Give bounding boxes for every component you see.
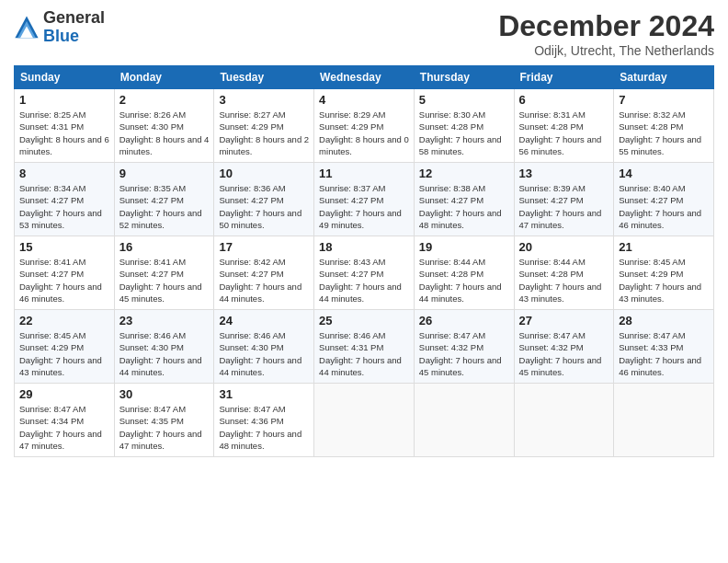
day-number: 13: [519, 167, 609, 180]
calendar-cell: 14 Sunrise: 8:40 AM Sunset: 4:27 PM Dayl…: [614, 163, 714, 236]
col-wednesday: Wednesday: [314, 66, 415, 89]
day-number: 26: [419, 314, 509, 327]
daylight-label: Daylight: 7 hours and 44 minutes.: [119, 355, 202, 377]
day-number: 1: [19, 93, 109, 107]
day-info: Sunrise: 8:35 AM Sunset: 4:27 PM Dayligh…: [119, 182, 210, 231]
calendar-week-row: 15 Sunrise: 8:41 AM Sunset: 4:27 PM Dayl…: [15, 236, 714, 310]
logo-text: General Blue: [43, 9, 105, 46]
day-info: Sunrise: 8:32 AM Sunset: 4:28 PM Dayligh…: [619, 109, 709, 157]
day-info: Sunrise: 8:39 AM Sunset: 4:27 PM Dayligh…: [519, 182, 609, 231]
sunset-label: Sunset: 4:31 PM: [319, 342, 383, 352]
sunset-label: Sunset: 4:27 PM: [419, 195, 483, 205]
sunrise-label: Sunrise: 8:27 AM: [219, 109, 285, 120]
sunrise-label: Sunrise: 8:46 AM: [219, 330, 285, 340]
col-saturday: Saturday: [614, 66, 714, 89]
col-monday: Monday: [114, 66, 214, 89]
calendar-header-row: Sunday Monday Tuesday Wednesday Thursday…: [15, 66, 714, 89]
sunset-label: Sunset: 4:28 PM: [519, 121, 584, 132]
day-number: 5: [419, 93, 509, 107]
day-info: Sunrise: 8:45 AM Sunset: 4:29 PM Dayligh…: [619, 256, 709, 304]
daylight-label: Daylight: 7 hours and 58 minutes.: [419, 134, 502, 156]
sunset-label: Sunset: 4:29 PM: [219, 121, 283, 132]
calendar-cell: 23 Sunrise: 8:46 AM Sunset: 4:30 PM Dayl…: [114, 310, 214, 384]
sunrise-label: Sunrise: 8:32 AM: [619, 109, 685, 120]
sunrise-label: Sunrise: 8:43 AM: [319, 257, 385, 267]
day-info: Sunrise: 8:31 AM Sunset: 4:28 PM Dayligh…: [519, 109, 609, 157]
day-info: Sunrise: 8:40 AM Sunset: 4:27 PM Dayligh…: [619, 182, 709, 231]
day-number: 16: [119, 240, 210, 254]
day-number: 18: [319, 240, 409, 254]
calendar-cell: 17 Sunrise: 8:42 AM Sunset: 4:27 PM Dayl…: [214, 236, 314, 310]
sunset-label: Sunset: 4:34 PM: [19, 416, 84, 426]
calendar-cell: 21 Sunrise: 8:45 AM Sunset: 4:29 PM Dayl…: [614, 236, 714, 310]
calendar-cell: [314, 384, 415, 457]
sunset-label: Sunset: 4:27 PM: [119, 195, 184, 205]
daylight-label: Daylight: 7 hours and 46 minutes.: [619, 208, 701, 230]
daylight-label: Daylight: 7 hours and 52 minutes.: [119, 208, 202, 230]
sunrise-label: Sunrise: 8:31 AM: [519, 109, 586, 120]
daylight-label: Daylight: 8 hours and 2 minutes.: [219, 134, 309, 156]
day-info: Sunrise: 8:45 AM Sunset: 4:29 PM Dayligh…: [19, 329, 109, 378]
sunrise-label: Sunrise: 8:47 AM: [619, 330, 685, 340]
sunrise-label: Sunrise: 8:47 AM: [519, 330, 586, 340]
logo-blue-text: Blue: [43, 28, 105, 46]
sunrise-label: Sunrise: 8:36 AM: [219, 183, 285, 193]
calendar-table: Sunday Monday Tuesday Wednesday Thursday…: [14, 65, 714, 457]
sunrise-label: Sunrise: 8:47 AM: [19, 404, 85, 414]
day-number: 25: [319, 314, 409, 327]
sunset-label: Sunset: 4:28 PM: [419, 269, 483, 279]
daylight-label: Daylight: 8 hours and 0 minutes.: [319, 134, 409, 156]
calendar-cell: 22 Sunrise: 8:45 AM Sunset: 4:29 PM Dayl…: [15, 310, 115, 384]
calendar-cell: 3 Sunrise: 8:27 AM Sunset: 4:29 PM Dayli…: [214, 89, 314, 163]
sunrise-label: Sunrise: 8:30 AM: [419, 109, 485, 120]
sunrise-label: Sunrise: 8:25 AM: [19, 109, 85, 120]
sunset-label: Sunset: 4:32 PM: [519, 342, 584, 352]
daylight-label: Daylight: 7 hours and 45 minutes.: [119, 282, 202, 304]
daylight-label: Daylight: 7 hours and 55 minutes.: [619, 134, 701, 156]
sunset-label: Sunset: 4:27 PM: [19, 269, 84, 279]
calendar-cell: 28 Sunrise: 8:47 AM Sunset: 4:33 PM Dayl…: [614, 310, 714, 384]
day-info: Sunrise: 8:30 AM Sunset: 4:28 PM Dayligh…: [419, 109, 509, 157]
day-number: 23: [119, 314, 210, 327]
daylight-label: Daylight: 7 hours and 46 minutes.: [19, 282, 102, 304]
day-number: 9: [119, 167, 210, 180]
sunset-label: Sunset: 4:36 PM: [219, 416, 283, 426]
day-info: Sunrise: 8:46 AM Sunset: 4:31 PM Dayligh…: [319, 329, 409, 378]
col-thursday: Thursday: [414, 66, 514, 89]
day-number: 7: [619, 93, 709, 107]
daylight-label: Daylight: 7 hours and 45 minutes.: [519, 355, 602, 377]
day-info: Sunrise: 8:46 AM Sunset: 4:30 PM Dayligh…: [119, 329, 210, 378]
sunset-label: Sunset: 4:27 PM: [219, 195, 283, 205]
sunrise-label: Sunrise: 8:45 AM: [19, 330, 85, 340]
sunrise-label: Sunrise: 8:47 AM: [219, 404, 285, 414]
calendar-cell: 24 Sunrise: 8:46 AM Sunset: 4:30 PM Dayl…: [214, 310, 314, 384]
day-info: Sunrise: 8:36 AM Sunset: 4:27 PM Dayligh…: [219, 182, 309, 231]
logo: General Blue: [14, 9, 105, 46]
sunset-label: Sunset: 4:30 PM: [119, 121, 184, 132]
sunrise-label: Sunrise: 8:34 AM: [19, 183, 85, 193]
day-number: 31: [219, 387, 309, 401]
sunrise-label: Sunrise: 8:47 AM: [419, 330, 485, 340]
day-info: Sunrise: 8:47 AM Sunset: 4:35 PM Dayligh…: [119, 403, 210, 452]
daylight-label: Daylight: 7 hours and 47 minutes.: [519, 208, 602, 230]
sunset-label: Sunset: 4:28 PM: [419, 121, 483, 132]
sunset-label: Sunset: 4:27 PM: [219, 269, 283, 279]
calendar-week-row: 22 Sunrise: 8:45 AM Sunset: 4:29 PM Dayl…: [15, 310, 714, 384]
calendar-cell: 31 Sunrise: 8:47 AM Sunset: 4:36 PM Dayl…: [214, 384, 314, 457]
logo-icon: [14, 15, 40, 40]
sunset-label: Sunset: 4:27 PM: [619, 195, 683, 205]
day-number: 6: [519, 93, 609, 107]
daylight-label: Daylight: 7 hours and 48 minutes.: [419, 208, 502, 230]
calendar-cell: 6 Sunrise: 8:31 AM Sunset: 4:28 PM Dayli…: [514, 89, 614, 163]
sunset-label: Sunset: 4:35 PM: [119, 416, 184, 426]
col-sunday: Sunday: [15, 66, 115, 89]
calendar-cell: 12 Sunrise: 8:38 AM Sunset: 4:27 PM Dayl…: [414, 163, 514, 236]
calendar-cell: 16 Sunrise: 8:41 AM Sunset: 4:27 PM Dayl…: [114, 236, 214, 310]
daylight-label: Daylight: 7 hours and 56 minutes.: [519, 134, 602, 156]
sunset-label: Sunset: 4:31 PM: [19, 121, 84, 132]
calendar-cell: 11 Sunrise: 8:37 AM Sunset: 4:27 PM Dayl…: [314, 163, 415, 236]
daylight-label: Daylight: 7 hours and 46 minutes.: [619, 355, 701, 377]
daylight-label: Daylight: 7 hours and 49 minutes.: [319, 208, 402, 230]
daylight-label: Daylight: 7 hours and 44 minutes.: [319, 355, 402, 377]
calendar-cell: 4 Sunrise: 8:29 AM Sunset: 4:29 PM Dayli…: [314, 89, 415, 163]
